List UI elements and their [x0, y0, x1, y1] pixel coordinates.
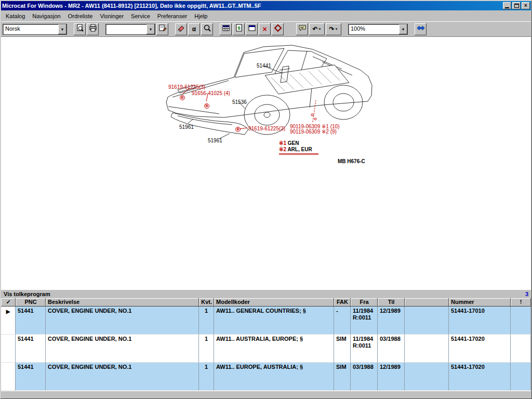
diagram-canvas[interactable]: 51441 91619-61225(3) 91656-41025 (4) 515…: [1, 36, 531, 289]
close-icon: ×: [524, 3, 527, 8]
cell-modellkoder: AW11.. EUROPE, AUSTRALIA; §: [214, 363, 334, 391]
close-button[interactable]: ×: [522, 2, 530, 9]
cell-kvt: 1: [199, 363, 214, 391]
alpha-icon: α: [192, 26, 196, 32]
edit-note-button[interactable]: [156, 23, 168, 35]
zoom-select[interactable]: 100% ▼: [348, 24, 408, 35]
highlight-button[interactable]: [175, 23, 187, 35]
row-selector[interactable]: [1, 335, 16, 363]
chevron-down-icon[interactable]: ▼: [58, 24, 66, 34]
price-list-button[interactable]: $: [233, 23, 245, 35]
fastener-marker[interactable]: B: [180, 95, 185, 100]
header-beskrivelse[interactable]: Beskrivelse: [46, 298, 199, 307]
row-selector[interactable]: ▶: [1, 307, 16, 335]
cell-nummer: 51441-17020: [449, 363, 511, 391]
menu-preferanser[interactable]: Preferanser: [154, 11, 191, 21]
table-row[interactable]: ▶ 51441 COVER, ENGINE UNDER, NO.1 1 AW11…: [1, 307, 531, 335]
header-modellkoder[interactable]: Modellkoder: [214, 298, 334, 307]
menu-service[interactable]: Service: [127, 11, 154, 21]
magnifier-icon: [203, 24, 211, 34]
row-selector[interactable]: [1, 363, 16, 391]
footnote-1-text: GEN: [288, 140, 299, 146]
table-row[interactable]: 51441 COVER, ENGINE UNDER, NO.1 1 AW11..…: [1, 335, 531, 363]
language-select[interactable]: Norsk ▼: [3, 24, 67, 35]
cell-flag: [511, 363, 531, 391]
cell-beskrivelse: COVER, ENGINE UNDER, NO.1: [46, 335, 199, 363]
chevron-down-icon[interactable]: ▼: [147, 24, 155, 34]
window-view-button[interactable]: [246, 23, 258, 35]
cell-flag: [511, 335, 531, 363]
fastener-marker[interactable]: B: [235, 127, 241, 132]
menu-navigasjon[interactable]: Navigasjon: [29, 11, 64, 21]
redo-button[interactable]: ↷ ▼: [326, 23, 341, 35]
menu-visninger[interactable]: Visninger: [96, 11, 127, 21]
delete-button[interactable]: ×: [259, 23, 271, 35]
part-label-90119-b[interactable]: 90119-06309 ※2 (9): [290, 129, 337, 135]
cell-pnc: 51441: [16, 335, 46, 363]
cell-fra-date: 11/1984: [353, 336, 375, 342]
header-kvt[interactable]: Kvt.: [199, 298, 214, 307]
header-fra[interactable]: Fra: [351, 298, 378, 307]
pencil-note-icon: [158, 24, 167, 34]
cell-pnc: 51441: [16, 363, 46, 391]
cell-fra-rev: R:0011: [353, 314, 375, 321]
part-label-51961-a[interactable]: 51961: [179, 124, 194, 130]
maximize-button[interactable]: [512, 2, 521, 9]
print-preview-icon: [76, 24, 84, 34]
note-button[interactable]: [296, 23, 308, 35]
menu-katalog[interactable]: Katalog: [2, 11, 29, 21]
alpha-index-button[interactable]: α: [188, 23, 200, 35]
filter-select[interactable]: ▼: [105, 24, 155, 35]
header-flag[interactable]: !: [511, 298, 531, 307]
fastener-marker[interactable]: B: [204, 103, 209, 109]
toolbar: Norsk ▼ ▼ α $: [1, 21, 531, 36]
title-bar[interactable]: Microcat For Windows - MR2 - AW11 (8411-…: [1, 1, 531, 10]
header-fak[interactable]: FAK: [334, 298, 351, 307]
header-nummer[interactable]: Nummer: [449, 298, 511, 307]
cell-nummer: 51441-17020: [449, 335, 511, 363]
index-button[interactable]: [220, 23, 232, 35]
header-pnc[interactable]: PNC: [16, 298, 46, 307]
filter-select-value: [106, 24, 147, 34]
header-til[interactable]: Til: [378, 298, 405, 307]
header-select[interactable]: ✓: [1, 298, 16, 307]
menu-ordreliste[interactable]: Ordreliste: [64, 11, 97, 21]
undo-button[interactable]: ↶ ▼: [309, 23, 325, 35]
cell-blank: [405, 335, 449, 363]
language-select-value: Norsk: [3, 24, 58, 34]
print-button[interactable]: [87, 23, 99, 35]
chevron-down-icon: ▼: [318, 28, 322, 31]
cell-modellkoder: AW11.. AUSTRALIA, EUROPE; §: [214, 335, 334, 363]
table-row[interactable]: 51441 COVER, ENGINE UNDER, NO.1 1 AW11..…: [1, 363, 531, 391]
header-blank[interactable]: [405, 298, 449, 307]
hotspot-toggle-button[interactable]: [272, 23, 284, 35]
cell-fra: 11/1984 R:0011: [351, 307, 378, 335]
status-bar: Vis tolkeprogram 3: [1, 289, 531, 298]
cell-fak: SIM: [334, 335, 351, 363]
cell-fra: 03/1988: [351, 363, 378, 391]
footnote-2: ※2 ARL, EUR: [279, 147, 312, 152]
cell-fra: 11/1984 R:0011: [351, 335, 378, 363]
part-label-51441[interactable]: 51441: [257, 63, 271, 69]
undo-icon: ↶: [312, 26, 317, 32]
zoom-tool-button[interactable]: [201, 23, 213, 35]
cell-kvt: 1: [199, 307, 214, 335]
part-label-91656[interactable]: 91656-41025 (4): [192, 90, 230, 96]
menu-hjelp[interactable]: Hjelp: [191, 11, 211, 21]
part-label-51961-b[interactable]: 51961: [208, 138, 222, 143]
figure-reference: MB H676-C: [338, 158, 365, 164]
part-label-91619-b[interactable]: 91619-61225(3): [248, 126, 285, 131]
part-label-51536[interactable]: 51536: [232, 99, 247, 105]
chevron-down-icon[interactable]: ▼: [399, 24, 407, 34]
cell-fra-date: 11/1984: [353, 308, 375, 314]
print-preview-button[interactable]: [74, 23, 86, 35]
footnote-2-text: ARL, EUR: [287, 147, 312, 152]
part-label-91619-a[interactable]: 91619-61225(3): [168, 84, 205, 90]
app-window: Microcat For Windows - MR2 - AW11 (8411-…: [0, 0, 532, 399]
menu-bar: Katalog Navigasjon Ordreliste Visninger …: [1, 10, 531, 21]
graphic-nav-button[interactable]: [415, 23, 427, 35]
cell-pnc: 51441: [16, 307, 46, 335]
footnote-1: ※1 GEN: [279, 140, 299, 146]
minimize-button[interactable]: [503, 2, 511, 9]
chevron-down-icon: ▼: [335, 28, 338, 31]
